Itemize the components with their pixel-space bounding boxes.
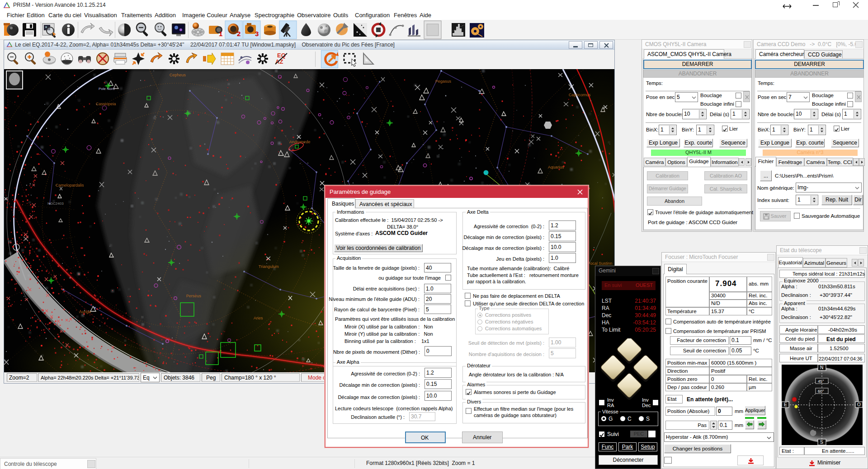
svg-text:Cassiopeia: Cassiopeia	[96, 102, 116, 106]
svg-text:Capricornus: Capricornus	[569, 93, 591, 97]
svg-text:Aries: Aries	[254, 316, 263, 320]
svg-text:Aquarius: Aquarius	[548, 165, 564, 169]
svg-text:Focal Sustinn: Focal Sustinn	[588, 261, 613, 266]
svg-text:2: 2	[237, 30, 241, 38]
svg-text:NGC2403: NGC2403	[47, 202, 64, 206]
svg-text:Andromede: Andromede	[289, 140, 311, 144]
svg-text:45°: 45°	[818, 379, 824, 384]
svg-text:Cepheus: Cepheus	[170, 73, 186, 77]
svg-text:3: 3	[255, 30, 259, 38]
svg-text:Pole Nord: Pole Nord	[99, 87, 115, 91]
svg-text:O: O	[857, 402, 861, 407]
svg-text:N: N	[820, 365, 823, 370]
svg-text:AZ: AZ	[275, 58, 283, 65]
svg-text:E: E	[784, 402, 787, 407]
svg-text:S: S	[820, 440, 823, 445]
svg-text:Auriga: Auriga	[79, 310, 91, 314]
svg-text:Perseus: Perseus	[186, 294, 202, 298]
svg-text:60°: 60°	[818, 389, 824, 394]
svg-text:Pegasus: Pegasus	[435, 79, 452, 84]
svg-text:Triangulum: Triangulum	[259, 264, 279, 269]
svg-text:Camelopardalis: Camelopardalis	[56, 183, 84, 188]
svg-text:1: 1	[219, 30, 222, 38]
